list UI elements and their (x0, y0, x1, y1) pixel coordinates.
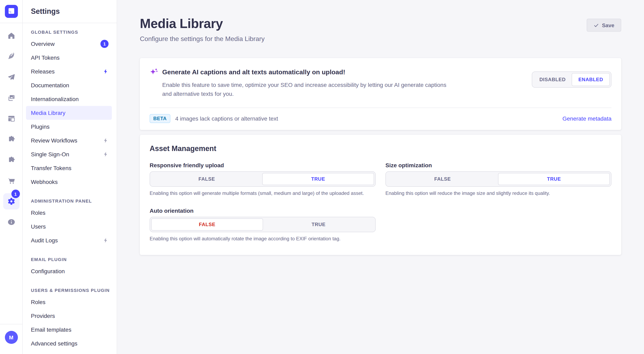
ai-banner-description: Enable this feature to save time, optimi… (162, 80, 450, 99)
overview-count-badge: 1 (100, 40, 108, 48)
sidebar-item-overview[interactable]: Overview 1 (26, 37, 112, 51)
nav-section-header: Global Settings (26, 30, 112, 37)
page-header: Media Library Configure the settings for… (140, 16, 621, 43)
media-library-icon[interactable] (5, 91, 18, 104)
sidebar-item-admin-roles[interactable]: Roles (26, 206, 112, 220)
ai-captions-card: Generate AI captions and alt texts autom… (140, 58, 621, 130)
sidebar-item-email-templates[interactable]: Email templates (26, 323, 112, 337)
app-window: 1 M Settings Global Settings Overview 1 (0, 0, 644, 354)
sidebar-item-internationalization[interactable]: Internationalization (26, 92, 112, 106)
size-optimization-true-option[interactable]: TRUE (498, 173, 610, 185)
sidebar-item-releases[interactable]: Releases (26, 65, 112, 78)
main-content: Media Library Configure the settings for… (117, 0, 644, 354)
strapi-logo (5, 5, 18, 18)
field-label: Size optimization (386, 162, 612, 169)
field-description: Enabling this option will reduce the ima… (386, 189, 605, 197)
beta-badge: BETA (150, 114, 170, 123)
sidebar-item-audit-logs[interactable]: Audit Logs (26, 233, 112, 247)
ai-toggle-enabled-option[interactable]: ENABLED (572, 73, 610, 86)
ai-enabled-toggle: DISABLED ENABLED (532, 71, 612, 88)
field-label: Responsive friendly upload (150, 162, 376, 169)
releases-icon[interactable] (5, 71, 18, 84)
sidebar-title: Settings (31, 7, 60, 16)
info-icon[interactable] (5, 215, 18, 229)
settings-icon[interactable]: 1 (3, 193, 19, 209)
sidebar-item-providers[interactable]: Providers (26, 309, 112, 323)
lightning-icon (103, 237, 108, 243)
settings-nav: Global Settings Overview 1 API Tokens Re… (23, 23, 117, 354)
ai-banner-title: Generate AI captions and alt texts autom… (162, 68, 345, 76)
content-builder-icon[interactable] (5, 50, 18, 63)
responsive-upload-false-option[interactable]: FALSE (151, 173, 262, 185)
sidebar-item-media-library[interactable]: Media Library (26, 106, 112, 120)
page-subtitle: Configure the settings for the Media Lib… (140, 35, 265, 43)
responsive-upload-true-option[interactable]: TRUE (262, 173, 374, 185)
size-optimization-toggle: FALSE TRUE (386, 171, 612, 187)
ai-toggle-disabled-option[interactable]: DISABLED (534, 73, 572, 86)
field-description: Enabling this option will generate multi… (150, 189, 369, 197)
nav-section-administration-panel: Administration Panel Roles Users Audit L… (26, 198, 112, 247)
sidebar-item-webhooks[interactable]: Webhooks (26, 175, 112, 189)
asset-management-title: Asset Management (150, 145, 612, 153)
page-title: Media Library (140, 16, 265, 31)
auto-orientation-toggle: FALSE TRUE (150, 217, 376, 232)
user-avatar[interactable]: M (5, 331, 18, 344)
settings-notification-badge: 1 (11, 189, 20, 198)
check-icon (594, 22, 599, 28)
content-manager-icon[interactable] (5, 112, 18, 125)
nav-section-header: Administration Panel (26, 198, 112, 206)
lightning-icon (103, 152, 108, 157)
sidebar-item-review-workflows[interactable]: Review Workflows (26, 134, 112, 147)
marketplace-icon[interactable] (5, 174, 18, 187)
sidebar-item-transfer-tokens[interactable]: Transfer Tokens (26, 161, 112, 175)
main-nav-rail: 1 M (0, 0, 23, 354)
asset-management-card: Asset Management Responsive friendly upl… (140, 135, 621, 255)
field-size-optimization: Size optimization FALSE TRUE Enabling th… (386, 162, 612, 197)
field-responsive-friendly-upload: Responsive friendly upload FALSE TRUE En… (150, 162, 376, 197)
nav-section-global-settings: Global Settings Overview 1 API Tokens Re… (26, 30, 112, 189)
settings-sidebar: Settings Global Settings Overview 1 API … (23, 0, 117, 354)
auto-orientation-true-option[interactable]: TRUE (263, 219, 374, 231)
sidebar-item-single-sign-on[interactable]: Single Sign-On (26, 147, 112, 161)
size-optimization-false-option[interactable]: FALSE (387, 173, 498, 185)
sidebar-item-advanced-settings[interactable]: Advanced settings (26, 337, 112, 350)
field-description: Enabling this option will automatically … (150, 235, 369, 243)
field-label: Auto orientation (150, 208, 376, 214)
lightning-icon (103, 69, 108, 74)
sidebar-item-plugins[interactable]: Plugins (26, 120, 112, 134)
workspace-logo-area[interactable] (0, 0, 22, 23)
field-auto-orientation: Auto orientation FALSE TRUE Enabling thi… (150, 208, 376, 243)
sidebar-item-documentation[interactable]: Documentation (26, 78, 112, 92)
home-icon[interactable] (5, 29, 18, 42)
save-button[interactable]: Save (586, 19, 621, 32)
sparkle-icon (150, 68, 158, 76)
plugin-icon[interactable] (5, 133, 18, 146)
sidebar-item-configuration[interactable]: Configuration (26, 264, 112, 278)
sidebar-item-up-roles[interactable]: Roles (26, 295, 112, 309)
auto-orientation-false-option[interactable]: FALSE (151, 219, 263, 231)
plugin-icon[interactable] (5, 154, 18, 167)
sidebar-item-users[interactable]: Users (26, 220, 112, 233)
responsive-upload-toggle: FALSE TRUE (150, 171, 376, 187)
sidebar-item-api-tokens[interactable]: API Tokens (26, 51, 112, 65)
lightning-icon (103, 138, 108, 143)
nav-section-header: Users & Permissions plugin (26, 288, 112, 295)
nav-section-users-permissions: Users & Permissions plugin Roles Provide… (26, 288, 112, 350)
generate-metadata-link[interactable]: Generate metadata (562, 115, 612, 122)
nav-section-email-plugin: Email Plugin Configuration (26, 257, 112, 278)
nav-section-header: Email Plugin (26, 257, 112, 264)
ai-status-text: 4 images lack captions or alternative te… (175, 115, 278, 122)
